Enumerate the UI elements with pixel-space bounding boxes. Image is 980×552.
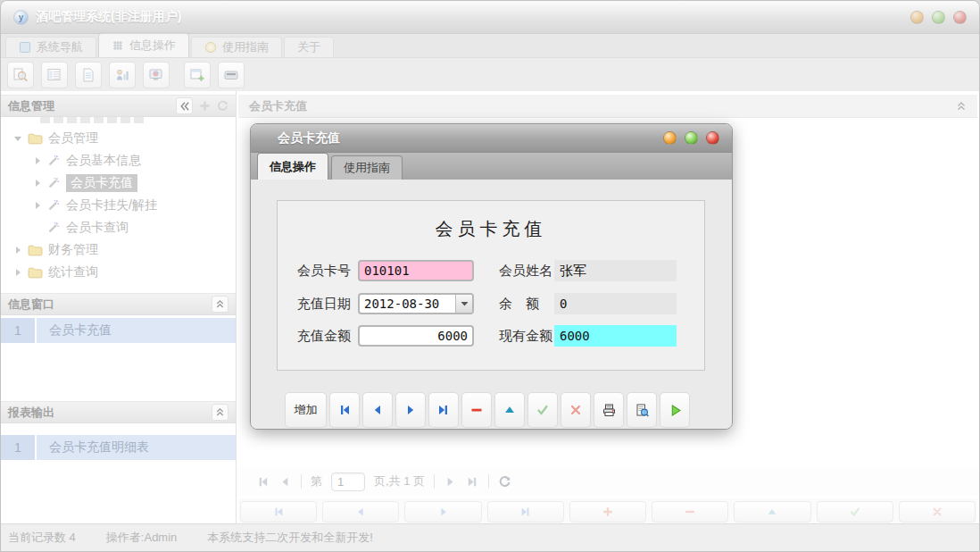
refresh-panel-button[interactable]: [217, 100, 228, 112]
confirm-button[interactable]: [527, 392, 558, 428]
tree-item-card-loss[interactable]: 会员卡挂失/解挂: [1, 194, 236, 216]
tab-info-operation[interactable]: 信息操作: [98, 33, 189, 57]
page-number-input[interactable]: [331, 473, 365, 491]
dialog-body: 会员卡充值 会员卡号 会员姓名 张军 充值日期 2012-08-30 余 额 0…: [251, 180, 732, 429]
tab-about[interactable]: 关于: [284, 37, 334, 57]
maximize-button[interactable]: [932, 11, 945, 24]
chevrons-left-icon: [179, 101, 190, 112]
page-refresh-button[interactable]: [498, 475, 511, 489]
content-title: 会员卡充值: [249, 98, 307, 114]
tree-item-label: 会员管理: [48, 130, 98, 146]
triangle-right-icon: [33, 179, 42, 188]
divider: [434, 474, 435, 489]
document-button[interactable]: [75, 62, 102, 88]
x-icon: [569, 403, 583, 417]
member-name-field: 张军: [554, 260, 677, 281]
first-icon: [272, 506, 285, 518]
add-button[interactable]: 增加: [285, 392, 327, 428]
dialog-close-button[interactable]: [706, 131, 719, 145]
dialog-title-bar: 会员卡充值: [251, 124, 732, 153]
card-no-label: 会员卡号: [297, 260, 351, 281]
tree-item-member-mgmt[interactable]: 会员管理: [1, 127, 236, 149]
record-last-button[interactable]: [487, 501, 564, 523]
row-number: 1: [1, 435, 37, 460]
add-panel-button[interactable]: [199, 100, 211, 112]
collapse-left-button[interactable]: [176, 97, 193, 114]
chevrons-up-icon: [215, 299, 225, 309]
record-confirm-button[interactable]: [817, 501, 893, 523]
list-item[interactable]: 1 会员卡充值明细表: [1, 435, 236, 460]
print-preview-icon: [635, 403, 650, 418]
monitor-stats-button[interactable]: [143, 62, 170, 88]
dropdown-arrow-button[interactable]: [455, 295, 472, 313]
page-next-button[interactable]: [444, 475, 457, 489]
dialog-tab-user-guide[interactable]: 使用指南: [331, 155, 403, 180]
record-count: 当前记录数 4: [8, 530, 76, 546]
delete-button[interactable]: [461, 392, 492, 428]
first-icon: [337, 403, 352, 417]
page-last-button[interactable]: [466, 475, 479, 489]
monitor-pie-icon: [148, 67, 164, 83]
collapse-up-button[interactable]: [212, 296, 228, 313]
next-icon: [437, 506, 450, 518]
tab-system-nav[interactable]: 系统导航: [5, 37, 96, 57]
form-panel: 会员卡充值 会员卡号 会员姓名 张军 充值日期 2012-08-30 余 额 0…: [277, 200, 705, 371]
record-prev-button[interactable]: [322, 501, 399, 523]
record-toolbar: [238, 498, 977, 525]
card-no-input[interactable]: [358, 260, 474, 281]
tree-item-stats-query[interactable]: 统计查询: [1, 261, 236, 283]
tab-label: 关于: [297, 39, 320, 55]
tree-item-finance-mgmt[interactable]: 财务管理: [1, 238, 236, 261]
print-preview-button[interactable]: [627, 392, 657, 428]
record-edit-button[interactable]: [734, 501, 810, 523]
amount-input[interactable]: [358, 325, 474, 347]
record-cancel-button[interactable]: [899, 501, 976, 523]
member-name-label: 会员姓名: [499, 260, 552, 281]
row-number: 1: [1, 318, 37, 343]
list-view-button[interactable]: [41, 62, 68, 88]
user-report-button[interactable]: [109, 62, 136, 88]
tree-item-member-basic-info[interactable]: 会员基本信息: [1, 149, 236, 171]
collapse-content-button[interactable]: [956, 101, 967, 112]
page-prev-button[interactable]: [278, 475, 292, 489]
user-chart-icon: [114, 67, 130, 83]
collapse-up-button[interactable]: [212, 404, 228, 421]
search-button[interactable]: [7, 62, 34, 88]
panel-title: 信息管理: [8, 98, 54, 114]
tab-user-guide[interactable]: 使用指南: [191, 37, 282, 57]
printer-tray-icon: [223, 67, 239, 83]
dialog-tab-info-operation[interactable]: 信息操作: [257, 153, 328, 180]
new-window-button[interactable]: [184, 62, 211, 88]
cancel-button[interactable]: [561, 392, 591, 428]
row-label: 会员卡充值: [37, 322, 112, 339]
status-message: 本系统支持二次开发和全新开发!: [207, 530, 373, 546]
record-next-button[interactable]: [404, 501, 481, 523]
chevrons-up-icon: [215, 407, 225, 417]
list-item[interactable]: 1 会员卡充值: [1, 318, 236, 343]
tree-item-label-selected: 会员卡充值: [66, 174, 137, 192]
first-record-button[interactable]: [329, 392, 360, 428]
printer-tray-button[interactable]: [218, 62, 245, 88]
dialog-toolbar: 增加: [285, 392, 690, 428]
help-icon: [204, 41, 217, 54]
dialog-minimize-button[interactable]: [663, 131, 677, 145]
record-add-button[interactable]: [569, 501, 646, 523]
print-button[interactable]: [594, 392, 624, 428]
page-first-button[interactable]: [256, 475, 270, 489]
dialog-maximize-button[interactable]: [685, 131, 698, 145]
tree-item-card-recharge[interactable]: 会员卡充值: [1, 171, 236, 194]
next-record-button[interactable]: [395, 392, 426, 428]
triangle-right-icon: [33, 156, 42, 165]
date-dropdown[interactable]: 2012-08-30: [358, 293, 474, 314]
record-first-button[interactable]: [240, 501, 317, 523]
last-record-button[interactable]: [428, 392, 459, 428]
divider: [301, 474, 302, 489]
record-delete-button[interactable]: [652, 501, 728, 523]
tree-item-card-query[interactable]: 会员卡查询: [1, 216, 236, 238]
edit-button[interactable]: [494, 392, 525, 428]
refresh-icon: [217, 100, 228, 112]
prev-record-button[interactable]: [362, 392, 393, 428]
run-button[interactable]: [660, 392, 690, 428]
close-button[interactable]: [953, 11, 967, 24]
minimize-button[interactable]: [910, 11, 924, 24]
